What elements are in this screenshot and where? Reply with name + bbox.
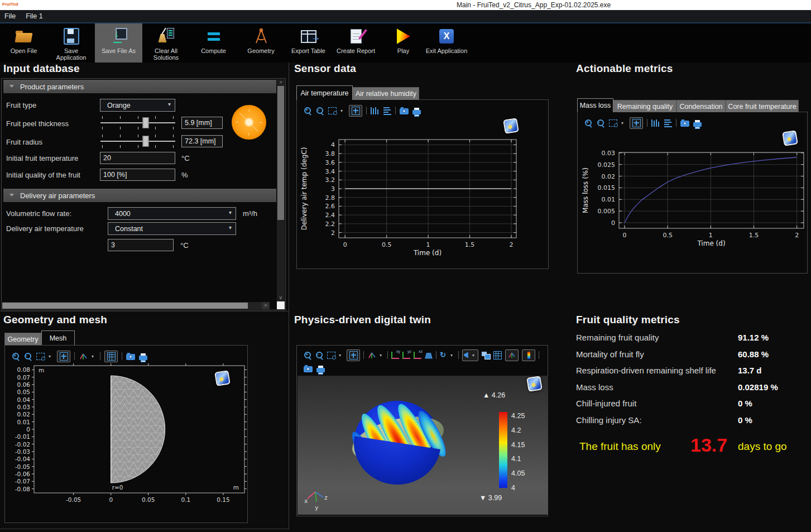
zoom-box-caret-icon[interactable]: [49, 353, 53, 360]
zoom-out-icon[interactable]: -: [315, 351, 324, 360]
tab-condensation[interactable]: Condensation: [676, 100, 726, 112]
zoom-box-icon[interactable]: [36, 353, 45, 360]
menu-file[interactable]: File: [4, 12, 16, 20]
screenshot-icon[interactable]: [680, 121, 689, 127]
fruit-radius-value[interactable]: 72.3 [mm]: [181, 135, 223, 147]
colorbar-tick: 4.2: [511, 427, 525, 434]
print-icon[interactable]: [412, 110, 421, 114]
perspective-icon[interactable]: [425, 353, 433, 359]
print-icon[interactable]: [316, 368, 325, 372]
exit-application-button[interactable]: Exit Application: [427, 23, 466, 63]
zoom-extents-icon[interactable]: [60, 352, 68, 361]
zoom-in-icon[interactable]: +: [584, 119, 593, 127]
menu-file1[interactable]: File 1: [26, 12, 43, 20]
svg-text:0.08: 0.08: [17, 366, 30, 373]
save-file-as-button[interactable]: ↓ Save File As: [95, 23, 142, 63]
tab-air-temperature[interactable]: Air temperature: [296, 85, 353, 100]
tab-core-fruit-temperature[interactable]: Core fruit temperature: [726, 100, 799, 112]
air-temp-select[interactable]: Constant: [108, 222, 236, 235]
zoom-in-icon[interactable]: +: [12, 352, 20, 361]
play-button[interactable]: Play: [380, 23, 427, 63]
export-table-button[interactable]: → Export Table: [285, 23, 332, 63]
open-file-button[interactable]: Open File: [0, 23, 47, 63]
show-legend-icon[interactable]: [527, 352, 530, 359]
fruit-type-select[interactable]: Orange: [100, 99, 175, 112]
rotate-caret-icon[interactable]: [450, 352, 455, 358]
zoom-out-icon[interactable]: -: [597, 119, 605, 127]
view-xy-icon[interactable]: [391, 352, 399, 359]
delivery-air-header[interactable]: Delivery air parameters: [3, 189, 276, 202]
rotate-icon[interactable]: [440, 351, 447, 359]
scrollbar-corner: [277, 301, 285, 309]
y-axis-log-icon[interactable]: [664, 119, 672, 127]
zoom-extents-icon[interactable]: [349, 351, 358, 360]
zoom-box-caret-icon[interactable]: [621, 119, 626, 126]
clear-all-solutions-button[interactable]: Clear All Solutions: [142, 23, 190, 63]
zoom-out-icon[interactable]: -: [316, 107, 324, 115]
zoom-out-icon[interactable]: -: [24, 352, 32, 361]
print-icon[interactable]: [693, 122, 702, 127]
grid-toggle-icon[interactable]: [493, 351, 502, 360]
y-axis-lin-icon[interactable]: [651, 119, 660, 127]
product-parameters-header[interactable]: Product parameters: [3, 80, 276, 93]
screenshot-icon[interactable]: [304, 366, 313, 372]
mesh-view[interactable]: -0.0500.050.10.150.080.070.060.050.040.0…: [8, 361, 247, 505]
tab-air-relative-humidity[interactable]: Air relative humidity: [353, 87, 419, 100]
tab-mass-loss[interactable]: Mass loss: [577, 98, 613, 112]
tab-remaining-quality[interactable]: Remaining quality: [613, 100, 676, 112]
tab-mesh[interactable]: Mesh: [41, 330, 75, 345]
horizontal-scrollbar[interactable]: >: [2, 302, 270, 309]
colorbar-tick: 4: [511, 485, 525, 491]
radius-slider-handle[interactable]: [142, 136, 148, 147]
view-yz-icon[interactable]: [402, 352, 410, 359]
init-temp-unit: °C: [181, 154, 190, 162]
scene-light-icon[interactable]: [464, 352, 471, 358]
svg-text:2.6: 2.6: [325, 203, 335, 210]
peel-thickness-value[interactable]: 5.9 [mm]: [181, 117, 223, 129]
zoom-box-icon[interactable]: [609, 119, 617, 127]
y-axis-log-icon[interactable]: [383, 107, 391, 115]
zoom-in-icon[interactable]: +: [304, 107, 312, 115]
peel-thickness-slider[interactable]: [100, 116, 176, 130]
zoom-in-icon[interactable]: +: [304, 351, 312, 360]
vertical-scrollbar[interactable]: ^ v: [277, 79, 285, 301]
print-icon[interactable]: [139, 356, 147, 360]
flow-rate-select[interactable]: 4000: [108, 207, 236, 220]
zoom-extents-icon[interactable]: [352, 107, 360, 115]
axis-orientation-caret-icon[interactable]: [380, 352, 384, 358]
scene-light-caret-icon[interactable]: [472, 352, 477, 358]
show-axes-icon[interactable]: [508, 352, 516, 359]
screenshot-icon[interactable]: [126, 354, 135, 360]
svg-text:0.5: 0.5: [382, 241, 392, 248]
sensor-chart[interactable]: 00.511.5222.22.42.62.833.23.43.63.84Time…: [300, 118, 534, 262]
peel-slider-handle[interactable]: [142, 117, 148, 128]
axis-orientation-icon[interactable]: [79, 352, 88, 361]
geometry-button[interactable]: Geometry: [237, 23, 285, 63]
transparency-icon[interactable]: [482, 352, 490, 359]
zoom-box-icon[interactable]: [328, 107, 337, 114]
init-quality-input[interactable]: 100 [%]: [100, 169, 175, 181]
zoom-box-caret-icon[interactable]: [339, 352, 343, 358]
fruit-radius-slider[interactable]: [100, 135, 176, 148]
screenshot-icon[interactable]: [400, 108, 409, 114]
save-application-button[interactable]: Save Application: [47, 23, 95, 63]
air-temp-setpoint-input[interactable]: 3: [108, 239, 174, 251]
zoom-box-icon[interactable]: [327, 352, 335, 359]
svg-text:-0.06: -0.06: [15, 471, 30, 477]
view-xz-icon[interactable]: [414, 352, 421, 359]
mass-loss-chart[interactable]: 00.511.5200.0050.010.0150.020.0250.03Tim…: [581, 130, 805, 247]
axis-orientation-caret-icon[interactable]: [92, 353, 96, 360]
comsol-logo-icon[interactable]: [526, 376, 543, 392]
svg-text:-0.04: -0.04: [15, 456, 30, 462]
twin-3d-viewport[interactable]: ▲ 4.26 4.254.24.154.14.054 ▼ 3.99 x y z: [297, 376, 548, 515]
y-axis-lin-icon[interactable]: [371, 107, 380, 114]
create-report-button[interactable]: Create Report: [332, 23, 380, 63]
zoom-extents-icon[interactable]: [632, 119, 641, 127]
tab-geometry[interactable]: Geometry: [4, 333, 41, 345]
axis-orientation-icon[interactable]: [367, 351, 376, 360]
zoom-box-caret-icon[interactable]: [340, 107, 345, 114]
input-database-title: Input database: [3, 63, 80, 75]
compute-button[interactable]: Compute: [190, 23, 237, 63]
init-temp-input[interactable]: 20: [100, 152, 175, 164]
grid-toggle-icon[interactable]: [107, 352, 116, 361]
